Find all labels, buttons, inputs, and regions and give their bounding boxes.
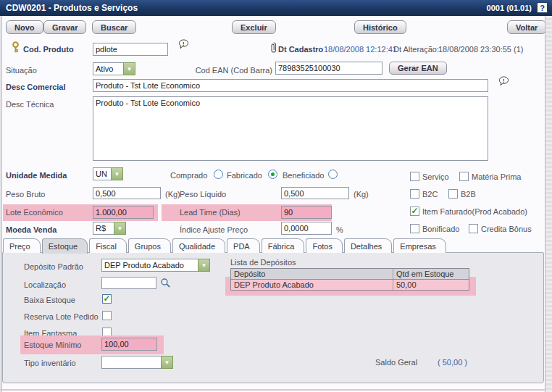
voltar-button[interactable]: Voltar	[507, 20, 546, 34]
table-header-row: Depósito Qtd em Estoque	[231, 269, 469, 280]
saldo-geral-label: Saldo Geral	[375, 358, 417, 367]
reserva-lote-label: Reserva Lote Pedido	[24, 312, 99, 321]
key-icon	[11, 41, 20, 55]
moeda-venda-dropdown[interactable]: R$ ▼	[93, 222, 126, 235]
tab-pda[interactable]: PDA	[227, 238, 260, 253]
tab-detalhes[interactable]: Detalhes	[344, 238, 392, 253]
indice-ajuste-unit: %	[336, 225, 343, 234]
estoque-minimo-label: Estoque Mínimo	[24, 341, 81, 349]
vertical-scrollbar[interactable]	[545, 16, 552, 392]
materia-prima-label: Matéria Prima	[472, 172, 521, 181]
desc-comercial-label: Desc Comercial	[6, 83, 66, 91]
radio-beneficiado[interactable]	[328, 170, 338, 179]
cod-ean-input[interactable]	[275, 62, 382, 75]
lista-depositos-table: Depósito Qtd em Estoque DEP Produto Acab…	[230, 268, 469, 291]
cell-deposito: DEP Produto Acabado	[231, 280, 393, 290]
alert-balloon-icon[interactable]: !	[498, 76, 509, 91]
gerar-ean-button[interactable]: Gerar EAN	[389, 62, 447, 75]
cod-ean-label: Cod EAN (Cod Barra)	[194, 66, 272, 75]
estoque-minimo-input[interactable]	[101, 338, 157, 351]
situacao-dropdown[interactable]: Ativo ▼	[93, 62, 135, 75]
lote-economico-input[interactable]	[93, 206, 154, 219]
tipo-inventario-dropdown[interactable]: ▼	[101, 356, 173, 369]
localizacao-label: Localização	[24, 280, 66, 289]
situacao-label: Situação	[6, 66, 37, 75]
excluir-button[interactable]: Excluir	[232, 20, 276, 34]
b2c-checkbox[interactable]	[410, 189, 419, 199]
tab-fiscal[interactable]: Fiscal	[89, 238, 127, 253]
paperclip-icon[interactable]	[269, 41, 277, 55]
desc-tecnica-textarea[interactable]: Produto - Tst Lote Economico	[93, 96, 488, 161]
credita-bonus-label: Credita Bônus	[481, 225, 532, 233]
credita-bonus-checkbox[interactable]	[469, 224, 478, 233]
dt-cadastro-value: 18/08/2008 12:12:41	[324, 45, 397, 54]
baixa-estoque-checkbox[interactable]	[102, 294, 112, 304]
radio-fabricado[interactable]	[268, 170, 277, 179]
historico-button[interactable]: Histórico	[354, 20, 406, 34]
dt-cadastro-label: Dt Cadastro	[278, 45, 323, 54]
tab-fotos[interactable]: Fotos	[306, 238, 343, 253]
tab-empresas[interactable]: Empresas	[393, 238, 446, 253]
chevron-down-icon[interactable]: ▼	[123, 62, 135, 75]
servico-checkbox[interactable]	[410, 172, 419, 181]
lista-depositos-title: Lista de Depósitos	[230, 258, 296, 267]
baixa-estoque-label: Baixa Estoque	[24, 296, 75, 304]
cod-produto-label: Cod. Produto	[23, 45, 74, 54]
svg-text:!: !	[183, 41, 185, 47]
lote-economico-label: Lote Econômico	[6, 208, 63, 217]
svg-text:!: !	[503, 78, 505, 84]
indice-ajuste-input[interactable]	[281, 222, 332, 235]
unidade-medida-dropdown[interactable]: UN ▼	[93, 167, 123, 180]
peso-bruto-unit: (Kg)	[165, 190, 180, 199]
unidade-medida-label: Unidade Medida	[6, 171, 67, 180]
peso-liquido-input[interactable]	[281, 187, 349, 199]
dt-alteracao-value: 18/08/2008 23:30:55 (1)	[438, 45, 523, 54]
lead-time-label: Lead Time (Dias)	[180, 208, 241, 217]
tab-bar: Preço Estoque Fiscal Grupos Qualidade PD…	[3, 238, 448, 254]
cell-qtd: 50,00	[393, 280, 469, 290]
situacao-value: Ativo	[93, 62, 123, 75]
version-label: 0001 (01.01)	[487, 4, 532, 12]
peso-liquido-unit: (Kg)	[354, 190, 369, 199]
item-faturado-checkbox[interactable]	[410, 207, 419, 216]
bonificado-checkbox[interactable]	[410, 224, 419, 233]
peso-bruto-label: Peso Bruto	[6, 190, 45, 199]
buscar-button[interactable]: Buscar	[92, 20, 136, 34]
tab-fabrica[interactable]: Fábrica	[262, 238, 305, 253]
novo-button[interactable]: Novo	[6, 20, 43, 34]
b2c-label: B2C	[422, 190, 438, 199]
lead-time-input[interactable]	[281, 206, 332, 219]
peso-bruto-input[interactable]	[93, 187, 161, 199]
tab-qualidade[interactable]: Qualidade	[172, 238, 225, 253]
b2b-label: B2B	[461, 190, 476, 199]
chevron-down-icon[interactable]: ▼	[161, 356, 173, 369]
radio-comprado[interactable]	[214, 170, 223, 179]
column-header-deposito: Depósito	[231, 269, 393, 279]
table-row[interactable]: DEP Produto Acabado 50,00	[231, 280, 469, 290]
chevron-down-icon[interactable]: ▼	[111, 167, 123, 180]
localizacao-input[interactable]	[101, 277, 156, 289]
alert-balloon-icon[interactable]: !	[178, 39, 189, 54]
column-header-qtd: Qtd em Estoque	[393, 269, 469, 279]
radio-fabricado-label: Fabricado	[227, 171, 262, 180]
tab-grupos[interactable]: Grupos	[128, 238, 171, 253]
tab-estoque[interactable]: Estoque	[42, 238, 88, 254]
materia-prima-checkbox[interactable]	[459, 172, 469, 181]
deposito-padrao-value: DEP Produto Acabado	[101, 259, 198, 272]
chevron-down-icon[interactable]: ▼	[114, 222, 126, 235]
radio-beneficiado-label: Beneficiado	[283, 171, 325, 180]
bonificado-label: Bonificado	[422, 225, 459, 233]
tab-preco[interactable]: Preço	[3, 238, 41, 253]
search-icon[interactable]	[160, 278, 171, 290]
deposito-padrao-dropdown[interactable]: DEP Produto Acabado ▼	[101, 259, 210, 272]
reserva-lote-checkbox[interactable]	[102, 311, 112, 320]
chevron-down-icon[interactable]: ▼	[198, 259, 210, 272]
unidade-medida-value: UN	[93, 167, 111, 180]
cod-produto-input[interactable]	[93, 43, 168, 56]
gravar-button[interactable]: Gravar	[43, 20, 86, 34]
radio-comprado-label: Comprado	[170, 171, 207, 180]
help-icon[interactable]: ?	[537, 2, 548, 13]
desc-comercial-input[interactable]	[93, 79, 488, 92]
b2b-checkbox[interactable]	[448, 189, 458, 199]
app-window: CDW0201 - Produtos e Serviços 0001 (01.0…	[0, 0, 552, 392]
